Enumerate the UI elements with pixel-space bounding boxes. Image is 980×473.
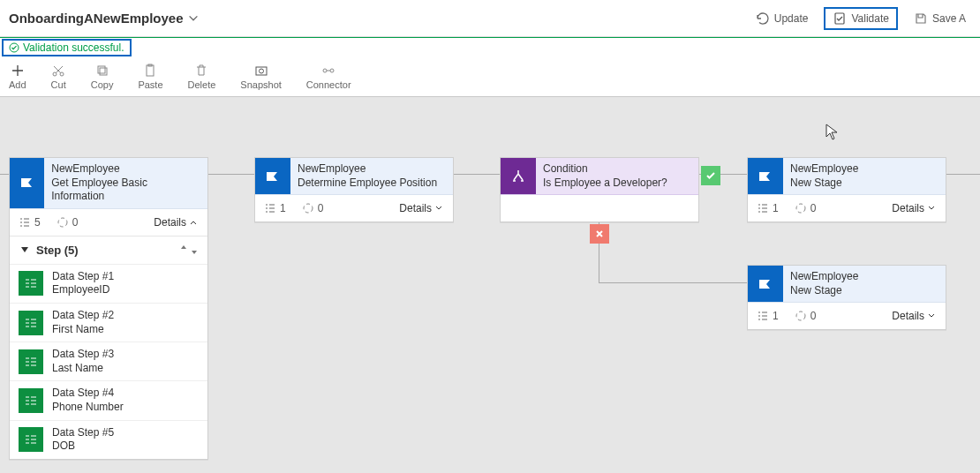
- stage-desc: New Stage: [790, 176, 858, 191]
- update-button[interactable]: Update: [750, 9, 814, 28]
- svg-point-11: [330, 69, 334, 72]
- step-section-header[interactable]: Step (5): [10, 236, 207, 264]
- svg-point-12: [58, 218, 67, 227]
- save-as-label: Save A: [932, 12, 966, 25]
- toolbar: Add Cut Copy Paste Delete Snapshot Conne…: [0, 56, 980, 97]
- stage-name: NewEmployee: [790, 162, 858, 176]
- top-bar: OnboardingANewEmployee Update Validate S…: [0, 0, 980, 37]
- stage-card-4[interactable]: NewEmployee New Stage 1 0 Details: [747, 157, 946, 222]
- connector-label: Connector: [306, 79, 351, 90]
- delete-button[interactable]: Delete: [188, 64, 216, 90]
- stage-icon: [748, 266, 783, 302]
- top-actions: Update Validate Save A: [750, 7, 971, 30]
- trash-icon: [194, 64, 208, 78]
- validation-status[interactable]: Validation successful.: [2, 39, 132, 56]
- svg-point-9: [259, 69, 263, 73]
- data-step-icon: [19, 349, 43, 374]
- stage-meta: 1 0 Details: [748, 195, 946, 221]
- details-toggle[interactable]: Details: [154, 216, 199, 229]
- step-item[interactable]: Data Step #3Last Name: [10, 342, 207, 380]
- svg-point-10: [323, 69, 327, 72]
- chevron-down-icon: [926, 203, 937, 214]
- svg-point-13: [304, 204, 313, 213]
- save-icon: [914, 11, 928, 26]
- list-icon: [19, 216, 31, 229]
- list-icon: [757, 202, 769, 214]
- cycle-icon: [795, 310, 807, 322]
- snapshot-label: Snapshot: [240, 79, 281, 90]
- list-icon: [757, 310, 769, 322]
- data-step-icon: [19, 271, 43, 296]
- stage-header: NewEmployee Get Employee Basic Informati…: [10, 158, 207, 209]
- copy-button[interactable]: Copy: [91, 64, 114, 90]
- connector-icon: [321, 64, 335, 78]
- paste-label: Paste: [138, 79, 162, 90]
- data-step-icon: [19, 311, 43, 335]
- steps-count: 5: [19, 216, 41, 229]
- flow-canvas[interactable]: NewEmployee Get Employee Basic Informati…: [0, 97, 980, 473]
- stage-name: NewEmployee: [51, 162, 200, 176]
- step-item[interactable]: Data Step #2First Name: [10, 303, 207, 342]
- scissors-icon: [51, 64, 65, 78]
- cursor-icon: [825, 124, 838, 141]
- condition-icon: [501, 158, 536, 194]
- chevron-down-icon: [433, 203, 444, 214]
- condition-card[interactable]: Condition Is Employee a Developer?: [500, 157, 699, 222]
- stage-card-5[interactable]: NewEmployee New Stage 1 0 Details: [747, 265, 946, 330]
- condition-desc: Is Employee a Developer?: [543, 176, 667, 191]
- flow-title[interactable]: OnboardingANewEmployee: [9, 11, 200, 26]
- add-button[interactable]: Add: [9, 64, 26, 90]
- chevron-down-icon: [926, 311, 937, 321]
- chevron-up-icon: [188, 217, 199, 228]
- stage-meta: 1 0 Details: [255, 195, 453, 221]
- copy-icon: [95, 64, 109, 78]
- cut-button[interactable]: Cut: [51, 64, 66, 90]
- details-toggle[interactable]: Details: [399, 202, 444, 214]
- validation-status-text: Validation successful.: [23, 41, 124, 54]
- stage-meta: 1 0 Details: [748, 303, 946, 329]
- svg-rect-6: [147, 65, 154, 76]
- refs-count: 0: [795, 202, 817, 214]
- connector-button[interactable]: Connector: [306, 64, 351, 90]
- update-label: Update: [774, 12, 809, 25]
- check-icon: [705, 170, 716, 181]
- add-label: Add: [9, 79, 26, 90]
- stage-card-2[interactable]: NewEmployee Determine Employee Position …: [254, 157, 454, 222]
- sort-arrows[interactable]: [179, 244, 199, 256]
- stage-desc: Determine Employee Position: [298, 176, 437, 191]
- validate-button[interactable]: Validate: [824, 7, 897, 30]
- steps-count: 1: [757, 202, 779, 214]
- status-bar: Validation successful.: [0, 37, 980, 56]
- paste-button[interactable]: Paste: [138, 64, 162, 90]
- details-toggle[interactable]: Details: [892, 202, 937, 214]
- delete-label: Delete: [188, 79, 216, 90]
- refs-count: 0: [57, 216, 79, 229]
- stage-icon: [10, 158, 44, 208]
- condition-false-badge[interactable]: [590, 224, 609, 244]
- refs-count: 0: [795, 310, 817, 322]
- step-item[interactable]: Data Step #5DOB: [10, 420, 207, 459]
- stage-header: NewEmployee New Stage: [748, 266, 946, 303]
- details-toggle[interactable]: Details: [892, 310, 937, 322]
- condition-true-badge[interactable]: [701, 166, 720, 185]
- stage-name: NewEmployee: [298, 162, 437, 176]
- data-step-icon: [19, 388, 43, 413]
- copy-label: Copy: [91, 79, 114, 90]
- svg-rect-0: [835, 13, 844, 24]
- arrow-down-icon: [190, 244, 199, 256]
- data-step-icon: [19, 427, 43, 452]
- stage-header: Condition Is Employee a Developer?: [501, 158, 698, 195]
- stage-icon: [255, 158, 290, 194]
- stage-desc: New Stage: [790, 284, 858, 298]
- stage-card-1[interactable]: NewEmployee Get Employee Basic Informati…: [9, 157, 208, 460]
- chevron-down-icon: [187, 12, 200, 25]
- arrow-up-icon: [179, 244, 188, 256]
- step-item[interactable]: Data Step #1EmployeeID: [10, 264, 207, 303]
- camera-icon: [254, 64, 268, 78]
- save-as-button[interactable]: Save A: [908, 9, 971, 28]
- step-item[interactable]: Data Step #4Phone Number: [10, 380, 207, 419]
- validate-label: Validate: [851, 12, 888, 25]
- snapshot-button[interactable]: Snapshot: [240, 64, 281, 90]
- cycle-icon: [795, 202, 807, 214]
- svg-point-15: [796, 312, 805, 320]
